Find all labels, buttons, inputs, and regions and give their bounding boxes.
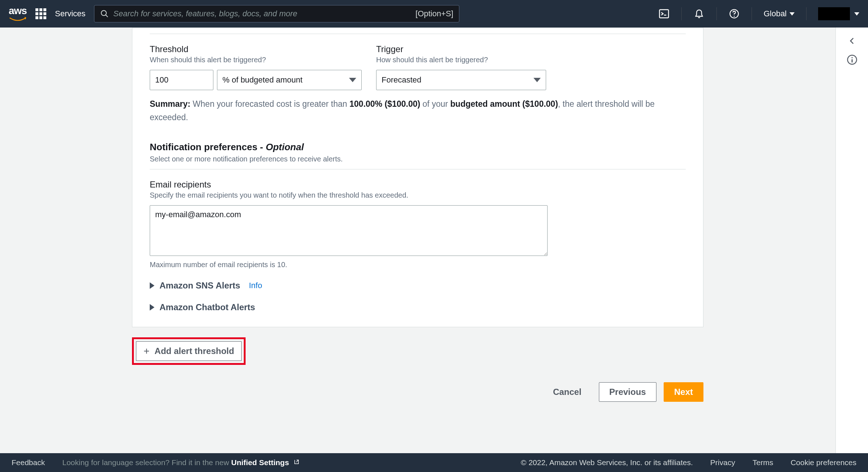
threshold-label: Threshold [150, 44, 362, 54]
notifications-icon[interactable] [693, 8, 705, 20]
help-rail [835, 28, 868, 453]
search-icon [100, 9, 109, 18]
aws-swoosh-icon [9, 17, 27, 22]
chevron-down-icon [854, 12, 859, 16]
triangle-right-icon [150, 282, 154, 289]
unified-settings-link[interactable]: Unified Settings [231, 458, 300, 467]
search-input[interactable] [113, 9, 415, 18]
svg-point-5 [734, 16, 735, 17]
info-panel-icon[interactable] [847, 54, 858, 65]
sns-label: Amazon SNS Alerts [159, 281, 240, 291]
chevron-down-icon [533, 78, 541, 82]
notification-prefs-title: Notification preferences - Optional [150, 142, 686, 153]
alert-threshold-panel: Threshold When should this alert be trig… [132, 28, 703, 327]
notification-prefs-desc: Select one or more notification preferen… [150, 155, 686, 163]
trigger-value: Forecasted [382, 75, 421, 85]
previous-button[interactable]: Previous [599, 382, 656, 402]
cloudshell-icon[interactable] [658, 8, 670, 20]
trigger-field: Trigger How should this alert be trigger… [376, 44, 546, 90]
plus-icon: + [144, 346, 149, 356]
services-link[interactable]: Services [55, 9, 85, 18]
threshold-desc: When should this alert be triggered? [150, 56, 362, 64]
terms-link[interactable]: Terms [753, 458, 773, 467]
chatbot-label: Amazon Chatbot Alerts [159, 302, 255, 312]
region-label: Global [763, 9, 787, 18]
wizard-actions: Cancel Previous Next [132, 382, 703, 402]
footer: Feedback Looking for language selection?… [0, 453, 868, 472]
svg-line-1 [106, 15, 108, 17]
copyright-text: © 2022, Amazon Web Services, Inc. or its… [521, 458, 693, 467]
threshold-value-input[interactable] [150, 70, 213, 90]
email-hint: Maximum number of email recipients is 10… [150, 261, 686, 269]
threshold-unit-select[interactable]: % of budgeted amount [217, 70, 362, 90]
trigger-select[interactable]: Forecasted [376, 70, 546, 90]
email-label: Email recipients [150, 180, 686, 190]
add-threshold-label: Add alert threshold [154, 346, 234, 356]
sns-alerts-expander[interactable]: Amazon SNS Alerts Info [150, 281, 686, 291]
account-menu[interactable] [818, 7, 859, 20]
account-redacted [818, 7, 850, 20]
svg-rect-2 [660, 10, 669, 18]
top-navigation: aws Services [Option+S] [0, 0, 868, 28]
cancel-button[interactable]: Cancel [543, 382, 592, 402]
chevron-down-icon [790, 12, 795, 16]
email-recipients-input[interactable] [150, 205, 548, 256]
privacy-link[interactable]: Privacy [710, 458, 735, 467]
trigger-desc: How should this alert be triggered? [376, 56, 546, 64]
help-icon[interactable] [728, 8, 740, 20]
threshold-unit-value: % of budgeted amount [222, 75, 302, 85]
email-desc: Specify the email recipients you want to… [150, 191, 686, 199]
svg-point-0 [101, 10, 106, 16]
chatbot-alerts-expander[interactable]: Amazon Chatbot Alerts [150, 302, 686, 312]
collapse-icon[interactable] [847, 36, 857, 46]
summary-text: Summary: When your forecasted cost is gr… [150, 97, 686, 124]
aws-logo[interactable]: aws [9, 5, 27, 22]
feedback-link[interactable]: Feedback [12, 458, 45, 467]
footer-lang-text: Looking for language selection? Find it … [62, 458, 300, 467]
services-grid-icon[interactable] [35, 8, 46, 19]
sns-info-link[interactable]: Info [249, 281, 262, 290]
svg-point-7 [851, 57, 852, 58]
next-button[interactable]: Next [664, 382, 703, 402]
add-alert-threshold-button[interactable]: + Add alert threshold [136, 341, 242, 361]
threshold-field: Threshold When should this alert be trig… [150, 44, 362, 90]
cookies-link[interactable]: Cookie preferences [791, 458, 856, 467]
svg-line-9 [296, 460, 298, 462]
external-link-icon [293, 458, 300, 467]
trigger-label: Trigger [376, 44, 546, 54]
add-threshold-highlight: + Add alert threshold [132, 337, 246, 365]
region-selector[interactable]: Global [763, 9, 795, 18]
search-bar[interactable]: [Option+S] [94, 5, 459, 22]
search-shortcut: [Option+S] [416, 9, 454, 18]
chevron-down-icon [349, 78, 356, 82]
triangle-right-icon [150, 304, 154, 311]
